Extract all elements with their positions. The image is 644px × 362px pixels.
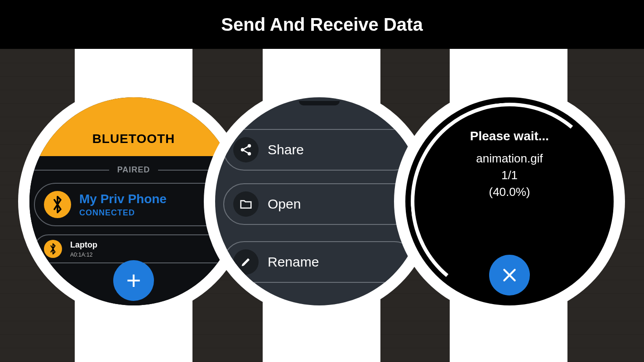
pencil-icon <box>233 249 259 275</box>
screen-header: BLUETOOTH <box>29 97 238 156</box>
action-label: Open <box>268 196 301 212</box>
svg-point-0 <box>248 144 251 148</box>
cancel-button[interactable] <box>489 255 530 295</box>
progress-percent: (40.0%) <box>405 185 614 199</box>
progress-content: Please wait... animation.gif 1/1 (40.0%) <box>405 129 614 202</box>
device-name: Laptop <box>70 240 97 250</box>
action-open[interactable]: Open <box>223 183 415 225</box>
watch-2-face: Share Open Rename <box>215 97 423 305</box>
notch <box>299 101 340 105</box>
action-label: Share <box>268 142 304 157</box>
screen-title: BLUETOOTH <box>92 132 175 146</box>
add-device-button[interactable]: + <box>113 260 154 301</box>
divider <box>34 170 109 171</box>
folder-icon <box>233 191 259 217</box>
progress-count: 1/1 <box>405 168 614 182</box>
close-icon <box>500 266 519 284</box>
progress-title: Please wait... <box>405 129 614 143</box>
bluetooth-icon <box>44 240 62 258</box>
bluetooth-icon <box>44 191 71 218</box>
watch-3-face: Please wait... animation.gif 1/1 (40.0%) <box>405 97 614 305</box>
share-icon <box>233 137 259 162</box>
svg-point-1 <box>241 148 245 152</box>
device-text: Laptop A0:1A:12 <box>70 240 97 258</box>
device-row-connected[interactable]: My Priv Phone CONNECTED <box>34 183 233 226</box>
device-text: My Priv Phone CONNECTED <box>79 192 167 218</box>
page-title: Send And Receive Data <box>221 14 423 35</box>
action-rename[interactable]: Rename <box>223 241 415 283</box>
progress-filename: animation.gif <box>405 152 614 166</box>
watch-3: Please wait... animation.gif 1/1 (40.0%) <box>394 86 625 317</box>
device-status: CONNECTED <box>79 208 167 218</box>
action-share[interactable]: Share <box>223 129 415 171</box>
header-bar: Send And Receive Data <box>0 0 644 49</box>
device-mac: A0:1A:12 <box>70 252 97 258</box>
action-list: Share Open Rename <box>215 129 423 305</box>
section-paired: PAIRED <box>34 165 233 175</box>
plus-icon: + <box>126 268 141 293</box>
section-label: PAIRED <box>109 165 159 175</box>
device-row[interactable]: Laptop A0:1A:12 <box>34 234 233 263</box>
action-label: Rename <box>268 254 319 270</box>
svg-point-2 <box>248 152 251 156</box>
device-name: My Priv Phone <box>79 192 167 206</box>
